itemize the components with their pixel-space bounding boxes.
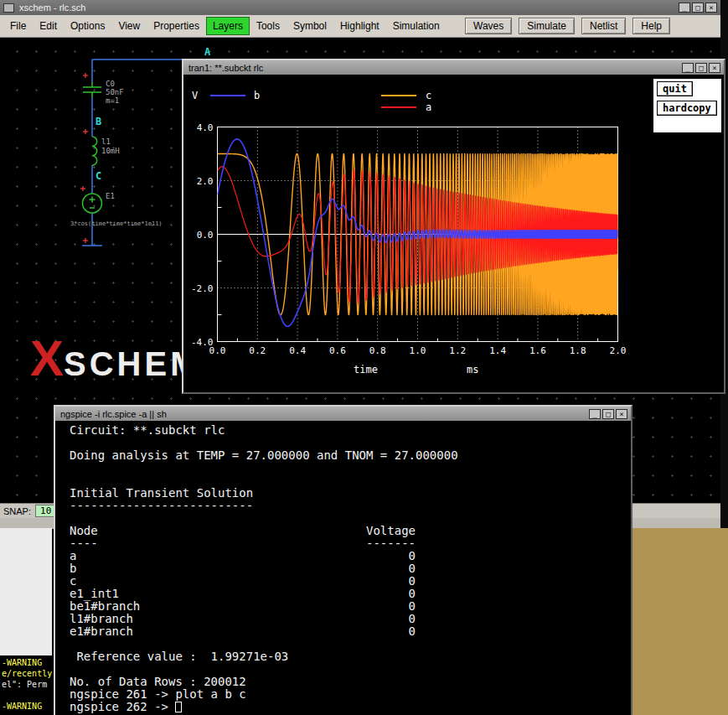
- warning-line: [2, 690, 54, 701]
- plot-window-title: tran1: **.subckt rlc: [188, 63, 263, 73]
- terminal-line: [70, 512, 631, 525]
- terminal-line: e1#branch 0: [70, 625, 631, 638]
- menu-simulation[interactable]: Simulation: [386, 17, 447, 35]
- terminal-line: a 0: [70, 550, 631, 562]
- x-tick-label: 2.0: [610, 345, 627, 356]
- terminal-line: Circuit: **.subckt rlc: [70, 424, 631, 437]
- terminal-line: [70, 638, 631, 650]
- terminal-cursor: [175, 702, 182, 712]
- x-tick-label: 1.8: [570, 345, 586, 356]
- source-expression: 3*cos(time*time*time*1e11): [70, 220, 163, 227]
- terminal-line: --------------------------: [70, 500, 631, 512]
- menu-symbol[interactable]: Symbol: [287, 17, 333, 35]
- plot-window-controls: _□×: [682, 63, 720, 73]
- legend-label-c: c: [426, 90, 431, 101]
- warning-line: -WARNING: [2, 657, 54, 668]
- background-terminal: -WARNINGe/recently)el": Perm-WARNING: [0, 655, 54, 715]
- inductor-ref: l1: [101, 137, 111, 146]
- capacitor-extra: m=1: [106, 96, 119, 105]
- x-axis-unit: ms: [467, 364, 478, 376]
- waves-button[interactable]: Waves: [465, 18, 512, 34]
- quit-button[interactable]: quit: [657, 81, 693, 96]
- x-axis-label: time: [354, 364, 378, 376]
- x-tick-label: 1.6: [529, 345, 546, 356]
- xschem-logo-text: SCHEM: [64, 345, 201, 382]
- x-tick-label: 1.4: [489, 345, 506, 356]
- capacitor-symbol[interactable]: [83, 82, 101, 97]
- inductor-symbol[interactable]: [92, 137, 97, 165]
- xschem-menubar: FileEditOptionsViewPropertiesLayersTools…: [0, 15, 720, 38]
- plot-window-titlebar[interactable]: tran1: **.subckt rlc _□×: [183, 60, 724, 75]
- capacitor-value: 50nF: [106, 88, 124, 96]
- menu-options[interactable]: Options: [64, 17, 111, 35]
- xschem-window-controls: _□×: [679, 3, 717, 13]
- menu-highlight[interactable]: Highlight: [333, 17, 386, 35]
- menu-tools[interactable]: Tools: [250, 17, 287, 35]
- maximize-button[interactable]: □: [695, 63, 707, 73]
- menu-view[interactable]: View: [111, 17, 147, 35]
- x-tick-label: 0.0: [209, 345, 226, 356]
- warning-line: e/recently): [2, 668, 54, 679]
- minimize-button[interactable]: _: [679, 3, 690, 13]
- terminal-line: ngspice 261 -> plot a b c: [70, 688, 631, 701]
- terminal-content[interactable]: Circuit: **.subckt rlcDoing analysis at …: [55, 421, 631, 715]
- close-button[interactable]: ×: [705, 3, 717, 13]
- maximize-button[interactable]: □: [602, 409, 614, 419]
- terminal-line: Initial Transient Solution: [70, 487, 631, 500]
- xschem-titlebar[interactable]: xschem - rlc.sch _□×: [0, 0, 720, 15]
- plot-side-panel: quit hardcopy: [653, 79, 721, 132]
- close-button[interactable]: ×: [709, 63, 720, 73]
- x-tick-label: 1.2: [449, 345, 466, 356]
- net-label-a[interactable]: A: [204, 46, 211, 58]
- maximize-button[interactable]: □: [692, 3, 704, 13]
- x-tick-label: 0.6: [329, 345, 346, 356]
- terminal-line: l1#branch 0: [70, 613, 631, 625]
- net-label-c[interactable]: C: [96, 170, 101, 182]
- warning-line: el": Perm: [2, 679, 54, 690]
- netlist-button[interactable]: Netlist: [581, 18, 626, 34]
- plot-content: 4.02.00.0-2.0-4.00.00.20.40.60.81.01.21.…: [183, 75, 724, 392]
- help-button[interactable]: Help: [632, 18, 670, 34]
- terminal-line: c 0: [70, 575, 631, 588]
- snap-label: SNAP:: [3, 506, 31, 516]
- voltage-source-symbol[interactable]: [83, 194, 102, 213]
- x-tick-label: 0.4: [289, 345, 306, 356]
- y-tick-label: 4.0: [197, 122, 214, 133]
- terminal-line: be1#branch 0: [70, 600, 631, 613]
- minimize-button[interactable]: _: [682, 63, 694, 73]
- menu-file[interactable]: File: [3, 17, 33, 35]
- xschem-window-title: xschem - rlc.sch: [19, 3, 85, 13]
- background-window-tan: [628, 528, 728, 715]
- terminal-line: b 0: [70, 562, 631, 575]
- x-tick-label: 1.0: [410, 345, 426, 356]
- terminal-line: Node Voltage: [70, 525, 631, 537]
- y-tick-label: 2.0: [197, 176, 214, 187]
- net-label-b[interactable]: B: [96, 116, 101, 127]
- hardcopy-button[interactable]: hardcopy: [657, 101, 717, 116]
- terminal-line: [70, 437, 631, 449]
- desktop: { "colors": { "menu_highlight": "#2ed52e…: [0, 0, 728, 715]
- window-menu-icon[interactable]: [3, 3, 14, 13]
- legend-label-a: a: [426, 101, 431, 113]
- terminal-line: [70, 462, 631, 474]
- menu-properties[interactable]: Properties: [147, 17, 206, 35]
- menu-layers[interactable]: Layers: [206, 17, 250, 35]
- terminal-line: [70, 663, 631, 676]
- inductor-value: 10mH: [101, 147, 120, 155]
- minimize-button[interactable]: _: [589, 409, 601, 419]
- xschem-logo: XSCHEM: [30, 329, 201, 387]
- menu-items: FileEditOptionsViewPropertiesLayersTools…: [3, 17, 447, 35]
- terminal-line: [70, 474, 631, 487]
- close-button[interactable]: ×: [616, 409, 627, 419]
- terminal-title: ngspice -i rlc.spice -a || sh: [60, 409, 167, 419]
- terminal-window: ngspice -i rlc.spice -a || sh _□× Circui…: [54, 405, 632, 715]
- pin-marks: [80, 73, 88, 243]
- terminal-titlebar[interactable]: ngspice -i rlc.spice -a || sh _□×: [55, 407, 631, 421]
- y-tick-label: 0.0: [197, 230, 214, 241]
- terminal-line: Doing analysis at TEMP = 27.000000 and T…: [70, 449, 631, 462]
- terminal-window-controls: _□×: [589, 409, 627, 419]
- legend-label-b: b: [254, 90, 260, 101]
- simulate-button[interactable]: Simulate: [519, 18, 575, 34]
- menu-edit[interactable]: Edit: [33, 17, 64, 35]
- y-axis-label: V: [192, 90, 198, 101]
